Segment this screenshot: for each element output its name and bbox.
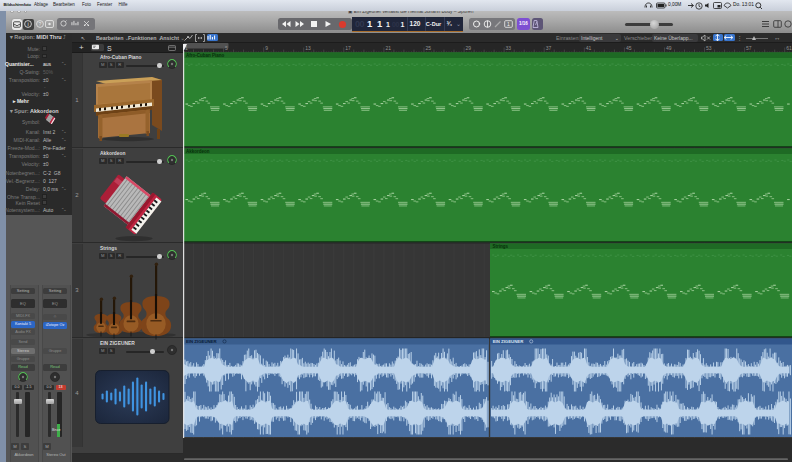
svg-text:EIN ZIGEUNER: EIN ZIGEUNER [493, 339, 524, 344]
svg-text:Akkordeon: Akkordeon [186, 149, 210, 154]
svg-text:?: ? [38, 21, 41, 27]
svg-text:Strings: Strings [493, 244, 509, 249]
svg-text:1: 1 [507, 21, 510, 27]
svg-text:Afro-Cuban Piano: Afro-Cuban Piano [186, 53, 224, 58]
svg-text:i: i [28, 21, 29, 27]
